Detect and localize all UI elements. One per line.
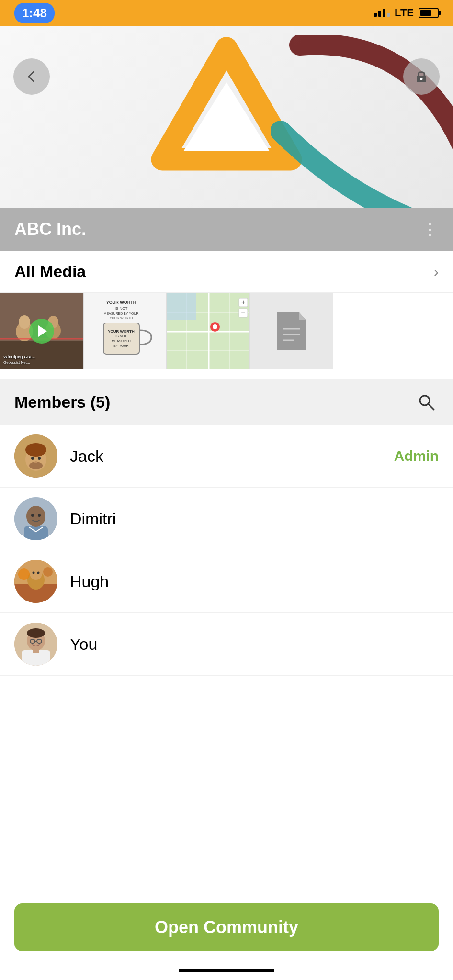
member-name-hugh: Hugh: [70, 572, 426, 591]
member-name-dimitri: Dimitri: [70, 510, 426, 528]
svg-rect-25: [167, 293, 196, 320]
quote-image: YOUR WORTH IS NOT MEASURED BY YOUR YOUR …: [96, 299, 154, 361]
svg-text:IS NOT: IS NOT: [115, 334, 127, 338]
more-options-button[interactable]: ⋮: [422, 220, 439, 238]
member-item-dimitri[interactable]: Dimitri: [0, 488, 453, 550]
svg-rect-45: [24, 526, 48, 540]
svg-point-43: [34, 461, 37, 463]
member-name-you: You: [70, 635, 426, 654]
search-icon: [417, 392, 436, 412]
lte-label: LTE: [395, 7, 414, 19]
member-item-you[interactable]: You: [0, 613, 453, 676]
all-media-bar[interactable]: All Media ›: [0, 251, 453, 293]
you-avatar-image: [14, 623, 57, 666]
open-community-button[interactable]: Open Community: [14, 903, 439, 951]
jack-avatar-image: [14, 434, 57, 478]
all-media-chevron-icon: ›: [434, 264, 439, 280]
svg-point-52: [30, 567, 42, 580]
lock-icon: [415, 69, 428, 84]
member-item-hugh[interactable]: Hugh: [0, 550, 453, 613]
media-thumb-quote[interactable]: YOUR WORTH IS NOT MEASURED BY YOUR YOUR …: [83, 293, 167, 369]
svg-text:YOUR WORTH: YOUR WORTH: [106, 300, 136, 305]
svg-point-53: [33, 572, 35, 574]
member-name-jack: Jack: [70, 447, 382, 466]
back-button[interactable]: [13, 58, 50, 95]
battery-icon: [419, 8, 439, 18]
svg-text:BY YOUR: BY YOUR: [113, 344, 128, 347]
media-thumb-map[interactable]: + −: [167, 293, 250, 369]
status-bar: 1:48 LTE: [0, 0, 453, 26]
header-banner: [0, 26, 453, 208]
svg-text:YOUR WORTH: YOUR WORTH: [108, 329, 135, 334]
all-media-title: All Media: [14, 262, 86, 281]
play-button[interactable]: [29, 319, 54, 344]
map-image: + −: [167, 293, 249, 369]
member-list: Jack Admin Dimitri: [0, 425, 453, 676]
member-avatar-hugh: [14, 560, 57, 603]
svg-point-61: [27, 628, 45, 638]
org-bar: ABC Inc. ⋮: [0, 208, 453, 251]
svg-point-47: [31, 514, 34, 517]
svg-text:IS NOT: IS NOT: [115, 306, 128, 311]
member-avatar-dimitri: [14, 497, 57, 540]
svg-point-39: [25, 443, 46, 457]
play-triangle-icon: [38, 325, 47, 337]
svg-text:−: −: [241, 308, 245, 316]
member-avatar-you: [14, 623, 57, 666]
lock-button[interactable]: [403, 58, 440, 95]
status-time: 1:48: [14, 3, 55, 23]
svg-point-5: [19, 315, 30, 329]
svg-point-40: [31, 457, 34, 460]
svg-line-36: [428, 404, 434, 410]
svg-text:YOUR WORTH: YOUR WORTH: [110, 316, 133, 320]
back-chevron-icon: [25, 70, 38, 83]
dimitri-avatar-image: [14, 497, 57, 540]
svg-point-41: [38, 457, 41, 460]
svg-point-48: [38, 514, 41, 517]
svg-point-1: [420, 78, 423, 80]
members-title: Members (5): [14, 393, 110, 412]
member-item-jack[interactable]: Jack Admin: [0, 425, 453, 488]
svg-point-27: [213, 324, 217, 329]
open-community-label: Open Community: [155, 917, 298, 937]
svg-rect-9: [103, 323, 139, 354]
video-thumb-text: Winnipeg Gra... GetAssist Net...: [3, 355, 35, 365]
search-members-button[interactable]: [414, 390, 439, 414]
hugh-avatar-image: [14, 560, 57, 603]
media-thumbnails-row: Winnipeg Gra... GetAssist Net... YOUR WO…: [0, 293, 453, 374]
svg-text:MEASURED: MEASURED: [112, 339, 131, 343]
svg-point-55: [18, 568, 30, 580]
svg-text:+: +: [241, 298, 245, 306]
members-bar: Members (5): [0, 379, 453, 425]
svg-point-54: [37, 572, 40, 574]
status-right-icons: LTE: [374, 7, 439, 19]
member-avatar-jack: [14, 434, 57, 478]
member-role-jack: Admin: [394, 448, 439, 464]
org-title: ABC Inc.: [14, 219, 86, 239]
home-indicator: [179, 969, 274, 972]
document-icon: [272, 310, 311, 353]
svg-text:MEASURED BY YOUR: MEASURED BY YOUR: [104, 312, 139, 315]
svg-point-46: [26, 506, 45, 527]
bottom-spacer: [0, 676, 453, 771]
svg-point-56: [43, 567, 53, 577]
signal-strength: [374, 9, 390, 17]
media-thumb-document[interactable]: [250, 293, 333, 369]
media-thumb-video[interactable]: Winnipeg Gra... GetAssist Net...: [0, 293, 83, 369]
